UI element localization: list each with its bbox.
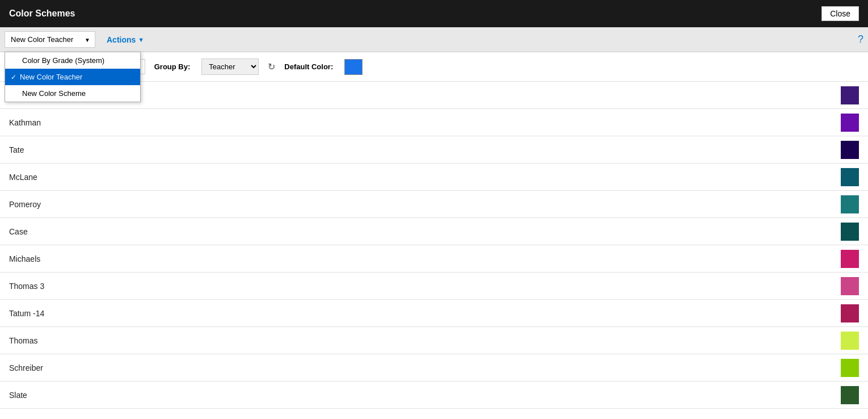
default-color-swatch[interactable] [344, 59, 363, 75]
refresh-button[interactable]: ↻ [268, 61, 275, 72]
scheme-selector[interactable]: New Color Teacher Color By Grade (System… [5, 31, 95, 48]
default-color-label: Default Color: [284, 62, 333, 71]
table-row: Tatum -14 [0, 300, 868, 327]
scheme-selector-button[interactable]: New Color Teacher [5, 31, 95, 48]
table-row: Schreiber [0, 354, 868, 382]
scheme-dropdown: Color By Grade (System)✓New Color Teache… [5, 52, 141, 102]
color-swatch[interactable] [841, 141, 859, 159]
teacher-name: Slate [9, 391, 27, 400]
color-swatch[interactable] [841, 359, 859, 377]
color-swatch[interactable] [841, 304, 859, 322]
color-swatch[interactable] [841, 195, 859, 213]
color-swatch[interactable] [841, 168, 859, 186]
table-row: Tate [0, 136, 868, 164]
dropdown-item[interactable]: New Color Scheme [5, 85, 140, 102]
teacher-name: Pomeroy [9, 200, 41, 209]
color-swatch[interactable] [841, 250, 859, 268]
color-swatch[interactable] [841, 86, 859, 104]
color-swatch[interactable] [841, 277, 859, 295]
table-row: Pomeroy [0, 191, 868, 218]
teacher-name: Thomas [9, 336, 38, 345]
teacher-name: Tatum -14 [9, 309, 44, 318]
teacher-name: Kathman [9, 118, 41, 127]
actions-label: Actions [107, 35, 136, 44]
color-swatch[interactable] [841, 386, 859, 404]
teacher-name: Case [9, 227, 28, 236]
toolbar: New Color Teacher Color By Grade (System… [0, 27, 868, 52]
group-by-label: Group By: [154, 62, 191, 71]
check-icon: ✓ [11, 73, 16, 81]
chevron-down-icon: ▼ [138, 36, 144, 43]
teacher-name: Michaels [9, 254, 40, 263]
actions-button[interactable]: Actions ▼ [107, 35, 144, 44]
table-row: Case [0, 218, 868, 245]
teacher-name: Tate [9, 145, 24, 154]
page-title: Color Schemes [9, 9, 75, 19]
color-swatch[interactable] [841, 114, 859, 132]
table-row: Kathman [0, 109, 868, 136]
color-swatch[interactable] [841, 332, 859, 350]
table-row: Slate [0, 382, 868, 409]
table-row: McLane [0, 164, 868, 191]
table-row: Thomas 3 [0, 273, 868, 300]
table-row: Michaels [0, 245, 868, 273]
teacher-list: MichaelsKathmanTateMcLanePomeroyCaseMich… [0, 82, 868, 419]
close-button[interactable]: Close [821, 6, 859, 21]
titlebar: Color Schemes Close [0, 0, 868, 27]
help-icon[interactable]: ? [858, 33, 863, 45]
dropdown-item[interactable]: Color By Grade (System) [5, 52, 140, 69]
group-by-select[interactable]: TeacherGradeSubject [201, 58, 259, 75]
table-row: Thomas [0, 327, 868, 354]
color-swatch[interactable] [841, 223, 859, 241]
teacher-name: Schreiber [9, 363, 43, 372]
teacher-name: McLane [9, 173, 37, 182]
dropdown-item[interactable]: ✓New Color Teacher [5, 69, 140, 85]
teacher-name: Thomas 3 [9, 282, 44, 291]
